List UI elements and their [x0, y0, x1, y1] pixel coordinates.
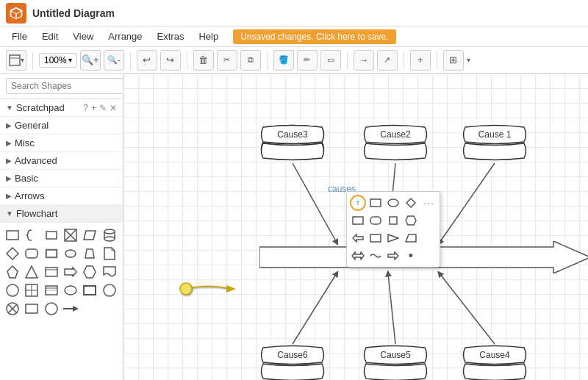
- shape-rect2[interactable]: [43, 245, 60, 262]
- shape-trapezoid[interactable]: [82, 245, 98, 262]
- shape-circle3[interactable]: [43, 301, 60, 317]
- shape-pentagon[interactable]: [4, 264, 21, 280]
- shape-document[interactable]: [101, 264, 118, 280]
- shape-brace-left[interactable]: [24, 227, 40, 243]
- svg-point-16: [65, 250, 76, 257]
- delete-button[interactable]: 🗑: [193, 50, 214, 71]
- section-flowchart[interactable]: ▼ Flowchart: [0, 205, 123, 223]
- menu-file[interactable]: File: [6, 29, 33, 43]
- context-menu[interactable]: T ⋯ •: [346, 191, 440, 268]
- shape-circle2[interactable]: [101, 282, 118, 298]
- svg-point-31: [65, 286, 76, 295]
- ctx-rounded[interactable]: [368, 212, 384, 229]
- insert-button[interactable]: +: [410, 50, 431, 71]
- menu-edit[interactable]: Edit: [36, 29, 64, 43]
- flag-cause6[interactable]: Cause6: [259, 344, 326, 380]
- shape-hexagon[interactable]: [82, 264, 98, 280]
- ctx-wave[interactable]: [368, 248, 384, 264]
- scratchpad-edit[interactable]: ✎: [99, 103, 107, 113]
- ctx-bold-arrow[interactable]: [385, 248, 401, 264]
- scratchpad-add[interactable]: +: [91, 103, 96, 113]
- zoom-display[interactable]: 100% ▾: [39, 53, 77, 68]
- shape-process[interactable]: [4, 227, 21, 243]
- flag-cause5[interactable]: Cause5: [362, 344, 429, 380]
- ctx-ellipse[interactable]: [385, 195, 401, 211]
- shape-diamond[interactable]: [4, 245, 21, 262]
- section-advanced[interactable]: ▶ Advanced: [0, 152, 123, 170]
- shape-cylinder[interactable]: [101, 227, 118, 243]
- ctx-dot[interactable]: •: [403, 248, 419, 264]
- menu-help[interactable]: Help: [193, 29, 224, 43]
- ctx-step[interactable]: [403, 230, 419, 246]
- flag-cause4[interactable]: Cause4: [462, 344, 528, 380]
- section-arrows[interactable]: ▶ Arrows: [0, 187, 123, 205]
- shape-arrow-r[interactable]: [62, 264, 79, 280]
- ctx-para[interactable]: [385, 212, 401, 229]
- table-button[interactable]: ⊞: [443, 50, 464, 71]
- scratchpad-arrow: ▼: [6, 104, 13, 112]
- ctx-text[interactable]: T: [350, 195, 366, 211]
- shape-rect3[interactable]: [43, 264, 60, 280]
- ctx-right-tri[interactable]: [385, 230, 401, 246]
- svg-line-46: [293, 273, 337, 344]
- ctx-double-arrow[interactable]: [350, 248, 366, 264]
- shape-triangle[interactable]: [24, 264, 40, 280]
- ctx-more1[interactable]: ⋯: [420, 195, 437, 211]
- zoom-in-button[interactable]: 🔍+: [80, 50, 101, 71]
- cut-button[interactable]: ✂: [217, 50, 237, 71]
- search-input[interactable]: [6, 78, 123, 94]
- svg-rect-32: [84, 286, 96, 295]
- misc-arrow: ▶: [6, 139, 12, 147]
- section-misc[interactable]: ▶ Misc: [0, 135, 123, 152]
- copy-button[interactable]: ⧉: [240, 50, 261, 71]
- shape-circle-x[interactable]: [4, 301, 21, 317]
- flag-cause2[interactable]: Cause2: [362, 123, 429, 164]
- ctx-diamond[interactable]: [403, 195, 419, 211]
- ctx-hex[interactable]: [403, 212, 419, 229]
- ctx-rect3[interactable]: [368, 230, 384, 246]
- scratchpad-help[interactable]: ?: [83, 103, 88, 113]
- shape-rect6[interactable]: [24, 301, 40, 317]
- shape-ellipse[interactable]: [62, 282, 79, 298]
- ctx-rect[interactable]: [368, 195, 384, 211]
- svg-line-47: [388, 273, 395, 344]
- menu-arrange[interactable]: Arrange: [102, 29, 148, 43]
- fill-button[interactable]: 🪣: [273, 50, 294, 71]
- shape-button[interactable]: ▭: [320, 50, 341, 71]
- waypoint-button[interactable]: ↗: [377, 50, 398, 71]
- flag-cause3[interactable]: Cause3: [259, 123, 326, 164]
- flag-cause1[interactable]: Cause 1: [462, 123, 528, 164]
- svg-marker-12: [7, 248, 18, 259]
- menu-view[interactable]: View: [67, 29, 99, 43]
- redo-button[interactable]: ↪: [160, 50, 181, 71]
- undo-button[interactable]: ↩: [137, 50, 157, 71]
- zoom-out-button[interactable]: 🔍-: [104, 50, 124, 71]
- svg-point-38: [46, 303, 57, 315]
- scratchpad-label[interactable]: Scratchpad: [16, 102, 65, 113]
- section-basic[interactable]: ▶ Basic: [0, 170, 123, 187]
- svg-marker-62: [388, 252, 398, 259]
- shape-rounded-rect[interactable]: [24, 245, 40, 262]
- shape-note[interactable]: [101, 245, 118, 262]
- scratchpad-close[interactable]: ✕: [110, 103, 117, 113]
- canvas[interactable]: Cause3 Cause2 Cause 1 Cause6: [123, 74, 588, 380]
- shape-arrow-right[interactable]: [62, 301, 79, 317]
- shape-rect-small[interactable]: [43, 227, 60, 243]
- ctx-left-arrow[interactable]: [350, 230, 366, 246]
- shape-circle[interactable]: [4, 282, 21, 298]
- section-general[interactable]: ▶ General: [0, 117, 123, 135]
- ctx-rect2[interactable]: [350, 212, 366, 229]
- shape-rect5[interactable]: [82, 282, 98, 298]
- menu-extras[interactable]: Extras: [151, 29, 190, 43]
- unsaved-changes-button[interactable]: Unsaved changes. Click here to save.: [233, 29, 395, 44]
- svg-rect-14: [46, 250, 57, 257]
- pages-button[interactable]: ▾: [6, 50, 26, 71]
- stroke-button[interactable]: ✏: [297, 50, 318, 71]
- shape-cross[interactable]: [62, 227, 79, 243]
- shape-parallelogram[interactable]: [82, 227, 98, 243]
- connection-button[interactable]: →: [354, 50, 374, 71]
- shape-plus[interactable]: [24, 282, 40, 298]
- shape-rect4[interactable]: [43, 282, 60, 298]
- shape-oval[interactable]: [62, 245, 79, 262]
- svg-marker-17: [85, 249, 94, 258]
